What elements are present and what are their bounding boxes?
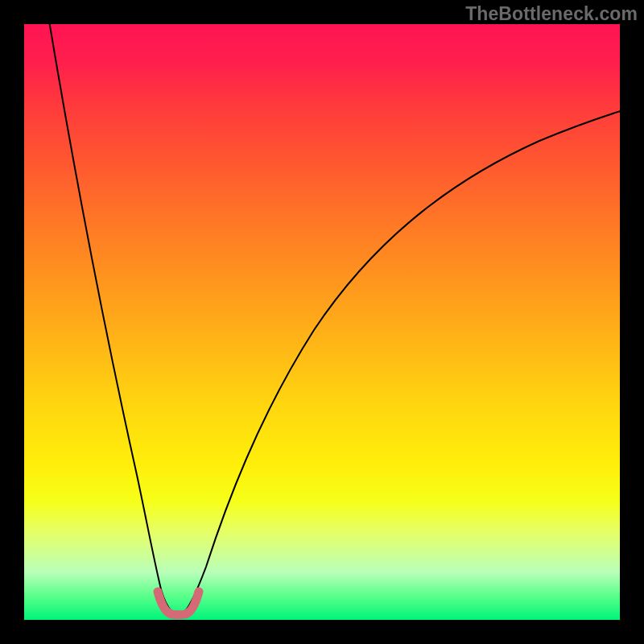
minimum-marker	[158, 592, 199, 615]
right-branch-curve	[185, 106, 636, 611]
left-branch-curve	[48, 16, 171, 611]
chart-svg	[24, 24, 620, 620]
chart-frame: TheBottleneck.com	[0, 0, 644, 644]
plot-area	[24, 24, 620, 620]
watermark-text: TheBottleneck.com	[465, 3, 638, 25]
